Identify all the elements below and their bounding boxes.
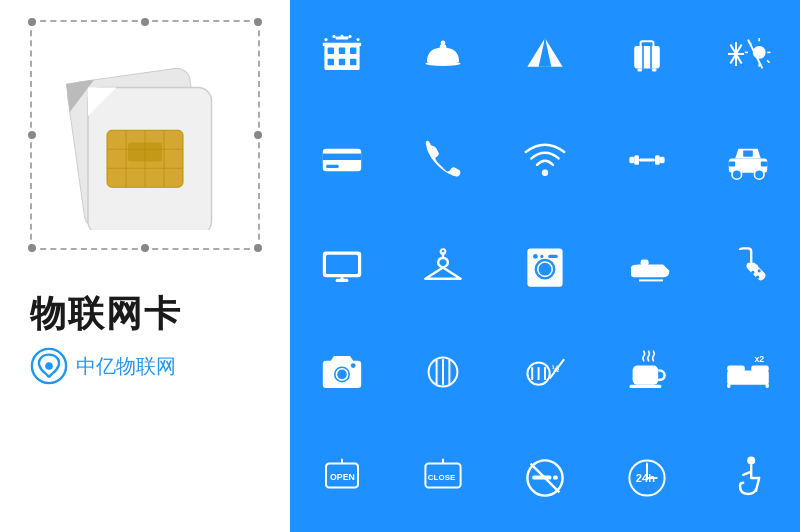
hanger-icon	[419, 242, 467, 290]
24h-icon-cell[interactable]: 24h	[597, 426, 697, 530]
svg-point-77	[540, 255, 543, 258]
handle-tl[interactable]	[28, 18, 36, 26]
taxi-icon-cell[interactable]	[698, 108, 798, 212]
handle-tm[interactable]	[141, 18, 149, 26]
svg-rect-22	[323, 43, 361, 46]
svg-rect-12	[128, 143, 162, 162]
svg-rect-97	[632, 366, 658, 385]
taxi-icon	[724, 136, 772, 184]
handle-br[interactable]	[254, 244, 262, 252]
weather-icon-cell[interactable]	[698, 2, 798, 106]
svg-point-26	[340, 35, 343, 38]
svg-rect-69	[326, 255, 358, 274]
svg-rect-19	[327, 59, 333, 65]
accessible-icon	[724, 454, 772, 502]
svg-point-14	[45, 362, 53, 370]
svg-rect-65	[743, 150, 753, 156]
room-service-icon-cell[interactable]	[394, 2, 494, 106]
camera-icon-cell[interactable]	[292, 320, 392, 424]
brand-name: 中亿物联网	[76, 353, 176, 380]
handle-ml[interactable]	[28, 131, 36, 139]
luggage-icon-cell[interactable]	[597, 2, 697, 106]
svg-point-31	[441, 40, 446, 45]
svg-rect-57	[629, 157, 634, 163]
tv-icon	[318, 242, 366, 290]
brand-section: 物联网卡 中亿物联网	[30, 290, 260, 385]
24h-icon: 24h	[623, 454, 671, 502]
washing-machine-icon-cell[interactable]	[495, 214, 595, 318]
tv-icon-cell[interactable]	[292, 214, 392, 318]
svg-rect-58	[659, 157, 664, 163]
svg-rect-103	[727, 383, 730, 388]
logo-icon	[30, 347, 68, 385]
open-sign-icon-cell[interactable]: OPEN	[292, 426, 392, 530]
handle-mr[interactable]	[254, 131, 262, 139]
dining-icon	[419, 348, 467, 396]
svg-rect-37	[637, 68, 642, 71]
brand-logo: 中亿物联网	[30, 347, 176, 385]
shower-icon	[724, 242, 772, 290]
svg-rect-20	[339, 59, 345, 65]
svg-point-25	[332, 35, 335, 38]
svg-rect-16	[327, 48, 333, 54]
iron-icon	[623, 242, 671, 290]
svg-point-83	[758, 269, 761, 272]
hotel-icon	[318, 30, 366, 78]
shower-icon-cell[interactable]	[698, 214, 798, 318]
svg-rect-59	[634, 155, 639, 165]
svg-point-46	[753, 46, 766, 59]
svg-rect-55	[326, 165, 339, 168]
svg-rect-35	[634, 46, 660, 68]
svg-point-63	[732, 170, 742, 180]
camping-icon	[521, 30, 569, 78]
hanger-icon-cell[interactable]	[394, 214, 494, 318]
wifi-icon	[521, 136, 569, 184]
iron-icon-cell[interactable]	[597, 214, 697, 318]
svg-rect-54	[323, 154, 361, 160]
coffee-icon-cell[interactable]	[597, 320, 697, 424]
svg-point-76	[533, 254, 538, 259]
svg-rect-38	[651, 68, 656, 71]
credit-card-icon-cell[interactable]	[292, 108, 392, 212]
svg-point-81	[751, 271, 754, 274]
phone-icon-cell[interactable]	[394, 108, 494, 212]
icon-grid: ½ x2 OPEN CLOSE 24h	[290, 0, 800, 532]
svg-point-24	[324, 38, 327, 41]
svg-rect-18	[350, 48, 356, 54]
hotel-icon-cell[interactable]	[292, 2, 392, 106]
svg-point-72	[441, 249, 446, 254]
open-sign-icon: OPEN	[318, 454, 366, 502]
svg-rect-98	[629, 385, 661, 388]
sim-card-container	[30, 20, 260, 250]
handle-tr[interactable]	[254, 18, 262, 26]
gym-icon-cell[interactable]	[597, 108, 697, 212]
credit-card-icon	[318, 136, 366, 184]
svg-rect-78	[548, 255, 558, 258]
brand-title: 物联网卡	[30, 290, 182, 339]
svg-rect-101	[727, 366, 745, 372]
svg-rect-102	[751, 366, 769, 372]
svg-rect-21	[350, 59, 356, 65]
handle-bm[interactable]	[141, 244, 149, 252]
close-sign-icon-cell[interactable]: CLOSE	[394, 426, 494, 530]
svg-text:x2: x2	[755, 354, 765, 364]
half-board-icon-cell[interactable]: ½	[495, 320, 595, 424]
camping-icon-cell[interactable]	[495, 2, 595, 106]
phone-icon	[419, 136, 467, 184]
camera-icon	[318, 348, 366, 396]
bed-icon-cell[interactable]: x2	[698, 320, 798, 424]
washing-machine-icon	[521, 242, 569, 290]
svg-rect-67	[761, 162, 767, 167]
wifi-icon-cell[interactable]	[495, 108, 595, 212]
svg-point-115	[747, 456, 755, 464]
svg-rect-60	[655, 155, 660, 165]
svg-text:OPEN: OPEN	[330, 472, 355, 482]
dining-icon-cell[interactable]	[394, 320, 494, 424]
svg-point-56	[542, 170, 548, 176]
bed-icon: x2	[724, 348, 772, 396]
svg-point-64	[755, 170, 765, 180]
handle-bl[interactable]	[28, 244, 36, 252]
gym-icon	[623, 136, 671, 184]
no-smoking-icon-cell[interactable]	[495, 426, 595, 530]
accessible-icon-cell[interactable]	[698, 426, 798, 530]
